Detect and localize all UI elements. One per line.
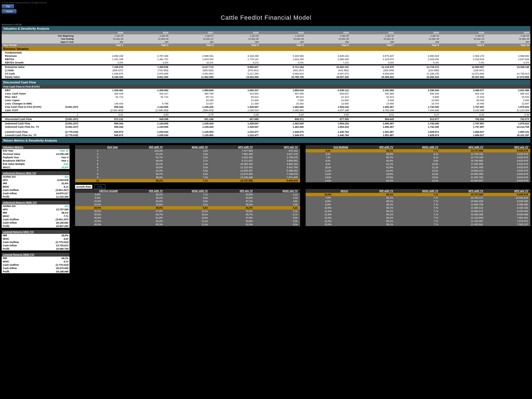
band-dcf: Discounted Cash Flow xyxy=(2,80,530,85)
sens-exit-multiple: Exit MultipleIRR with TVMOIC with TVNPV … xyxy=(306,145,531,182)
bv-table: FundamentalsRevenues2.690.1002.797.4692.… xyxy=(2,51,530,64)
sens-wacc: WACCIRR with TVMOIC with TVNPV with TVNP… xyxy=(306,189,531,226)
sens-ebitda-growth: EBITDA GrowthIRR with TVMOIC with TVIRR … xyxy=(75,189,300,226)
ev-table: Enterprise Value7.155.9767.458.5358.217.… xyxy=(2,65,530,79)
sens-exit-year: Exit YearIRR with TVMOIC with TVNPV with… xyxy=(75,145,300,182)
section-valuation: Valuation & Sensitivity Analysis xyxy=(2,26,530,31)
year-header-table: 2025202620272028202920302031203220332034… xyxy=(2,31,530,47)
band-business-valuation: Business Valuation xyxy=(2,47,530,51)
cf-table: Unlevered Cash Flow(3.651.207)959.3441.1… xyxy=(2,122,530,137)
band-return-metrics: Return Metrics & Sensitivity Analysis xyxy=(2,138,530,143)
band-fcff: Free Cash Flow to Firm (FCFF) xyxy=(2,85,530,89)
metrics-section: Valuation MetricsExit YearYear 10Termina… xyxy=(2,145,530,275)
top-button[interactable]: Top xyxy=(2,4,14,9)
page-title: Cattle Feedlot Financial Model xyxy=(2,14,530,21)
growth-rate-label: Growth Rate xyxy=(75,185,92,189)
amounts-label: All Amounts in USD ($) xyxy=(2,24,530,25)
growth-rate-value[interactable]: 20% xyxy=(94,185,105,189)
disc-table: 10,910,830,750,680,620,560,510,470,420,3… xyxy=(2,113,530,116)
home-button[interactable]: Home xyxy=(2,9,17,14)
fcff-table: EBIT1.349.4811.409.9931.559.8281.692.207… xyxy=(2,89,530,112)
copyright: © Profit Vision Financial Services. All … xyxy=(2,2,530,4)
topbar: Top xyxy=(2,4,530,9)
dcf-row-table: Discounted Cash Flow(3.651.207)872.13194… xyxy=(2,117,530,121)
